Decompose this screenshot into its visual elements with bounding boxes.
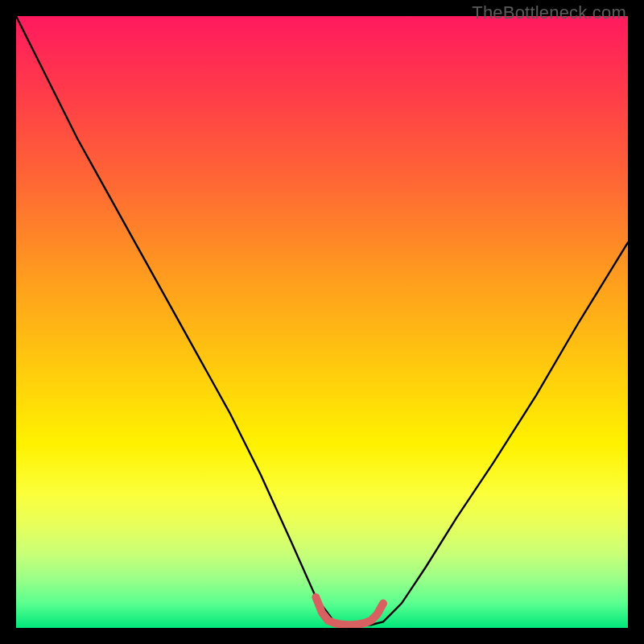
curve-layer [16,16,628,628]
watermark-text: TheBottleneck.com [472,2,626,23]
bottleneck-curve [16,16,628,625]
